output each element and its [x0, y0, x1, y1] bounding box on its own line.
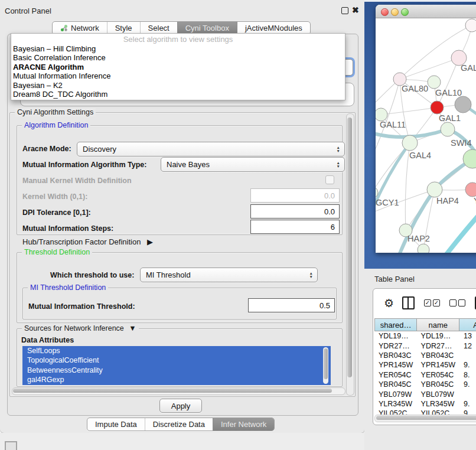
table-header-row[interactable]: shared…nameA: [374, 318, 476, 331]
network-node-gal1[interactable]: [431, 101, 444, 114]
algorithm-option[interactable]: Basic Correlation Inference: [11, 53, 345, 62]
tab-infer-network[interactable]: Infer Network: [213, 418, 274, 431]
table-row[interactable]: YPR145WYPR145W9.: [374, 360, 476, 370]
attribute-item[interactable]: TopologicalCoefficient: [22, 356, 331, 365]
table-cell: YLR345W: [417, 400, 460, 408]
column-header-name[interactable]: name: [417, 318, 459, 331]
algorithm-dropdown-popup: Select algorithm to view settings Bayesi…: [11, 33, 345, 100]
node-label: GAL11: [380, 120, 406, 129]
table-cell: YLR345W: [374, 400, 417, 408]
network-node[interactable]: [455, 96, 471, 113]
settings-vertical-scrollbar[interactable]: [346, 113, 354, 396]
kernel-width-field[interactable]: 0.0: [250, 188, 340, 203]
close-window-icon[interactable]: [381, 8, 389, 16]
tab-network[interactable]: Network: [53, 22, 107, 34]
algorithm-option[interactable]: Bayesian – K2: [11, 81, 345, 90]
tab-jactivemnodules[interactable]: jActiveMNodules: [237, 22, 310, 34]
network-node-gal11[interactable]: [376, 108, 387, 121]
table-row[interactable]: YLR345WYLR345W9.: [374, 399, 476, 409]
close-panel-icon[interactable]: ✖: [352, 5, 359, 15]
network-node-hap4[interactable]: [427, 182, 442, 197]
expand-right-icon[interactable]: ▶: [147, 237, 153, 246]
mi-type-combobox[interactable]: Naive Bayes ▲▼: [161, 157, 345, 172]
zoom-window-icon[interactable]: [401, 8, 409, 16]
network-node-gal4[interactable]: [402, 135, 418, 151]
kernel-width-label: Kernel Width (0,1):: [22, 193, 87, 201]
table-cell: 9.: [459, 380, 476, 389]
data-attributes-list[interactable]: SelfLoopsTopologicalCoefficientBetweenne…: [22, 346, 331, 385]
app-root: Control Panel ✖ NetworkStyleSelectCyni T…: [0, 0, 476, 450]
attribute-item[interactable]: SelfLoops: [22, 346, 331, 356]
threshold-definition-title: Threshold Definition: [22, 248, 92, 256]
table-toolbar: ⚙ ✓✓: [373, 289, 476, 317]
mi-type-label: Mutual Information Algorithm Type:: [22, 161, 146, 169]
float-window-icon[interactable]: [341, 7, 348, 14]
desktop-area: GAL7GAL80GAL10GAL1GAL11SWI4GAL4GCY1HAP4Y…: [364, 0, 476, 450]
control-panel-title: Control Panel: [5, 6, 51, 15]
algorithm-option[interactable]: Mutual Information Inference: [11, 71, 345, 80]
settings-horizontal-scrollbar[interactable]: [12, 387, 345, 395]
mi-steps-field[interactable]: 6: [250, 220, 340, 234]
attribute-item[interactable]: gal4RGexp: [22, 375, 331, 384]
attributes-scrollbar[interactable]: [323, 347, 328, 384]
column-layout-icon[interactable]: [402, 296, 415, 309]
tab-discretize-data[interactable]: Discretize Data: [145, 418, 213, 431]
attribute-item[interactable]: BetweennessCentrality: [22, 366, 331, 375]
table-row[interactable]: YER054CYER054C8.: [374, 370, 476, 380]
column-header-a[interactable]: A: [459, 318, 476, 331]
table-row[interactable]: YBR045CYBR045C9.: [374, 380, 476, 389]
table-row[interactable]: YDL19…YDL19…13: [374, 331, 476, 341]
tab-label: Discretize Data: [153, 420, 205, 429]
node-table[interactable]: shared…nameA YDL19…YDL19…13YDR27…YDR27…1…: [374, 318, 476, 414]
algorithm-option[interactable]: ARACNE Algorithm: [11, 63, 345, 71]
node-label: GAL80: [402, 84, 428, 93]
node-label: SWI4: [451, 138, 471, 148]
tab-cyni-toolbox[interactable]: Cyni Toolbox: [177, 22, 237, 34]
table-cell: 12: [459, 342, 476, 350]
mi-type-value: Naive Bayes: [167, 160, 210, 169]
table-row[interactable]: YDR27…YDR27…12: [374, 341, 476, 350]
algorithm-option[interactable]: Dream8 DC_TDC Algorithm: [11, 90, 345, 99]
dpi-tolerance-field[interactable]: 0.0: [250, 204, 340, 219]
network-node-swi4[interactable]: [441, 122, 455, 136]
tab-label: Style: [115, 24, 132, 32]
network-node-y[interactable]: [465, 182, 476, 197]
minimize-window-icon[interactable]: [391, 8, 399, 16]
algorithm-option[interactable]: Bayesian – Hill Climbing: [11, 44, 345, 53]
algorithm-definition-title: Algorithm Definition: [22, 121, 90, 129]
control-panel-window: Control Panel ✖ NetworkStyleSelectCyni T…: [0, 0, 365, 433]
mi-threshold-field[interactable]: 0.5: [248, 298, 335, 312]
tab-select[interactable]: Select: [140, 22, 177, 34]
table-cell: YDL19…: [417, 332, 460, 340]
network-window-titlebar[interactable]: [376, 5, 476, 18]
apply-button[interactable]: Apply: [159, 399, 202, 413]
toolbar-edge-strip: [364, 0, 476, 2]
tab-style[interactable]: Style: [107, 22, 140, 34]
table-row[interactable]: YBL079WYBL079W: [374, 389, 476, 399]
hub-definition-toggle[interactable]: Hub/Transcription Factor Definition ▶: [22, 237, 153, 246]
select-all-columns-icon[interactable]: ✓✓: [424, 299, 440, 306]
sources-panel-title[interactable]: Sources for Network Inference ▼: [22, 324, 139, 332]
table-cell: YBR045C: [417, 380, 460, 389]
gear-icon[interactable]: ⚙: [384, 296, 394, 310]
network-icon: [60, 24, 68, 32]
network-canvas[interactable]: GAL7GAL80GAL10GAL1GAL11SWI4GAL4GCY1HAP4Y…: [376, 18, 476, 253]
aracne-mode-combobox[interactable]: Discovery ▲▼: [77, 142, 345, 156]
table-cell: YBL079W: [417, 390, 460, 399]
network-node[interactable]: [465, 19, 476, 32]
network-node[interactable]: [418, 244, 429, 253]
table-horizontal-scrollbar[interactable]: [374, 415, 476, 422]
manual-kernel-checkbox[interactable]: [325, 175, 334, 184]
deselect-all-columns-icon[interactable]: [449, 299, 465, 306]
collapse-down-icon[interactable]: ▼: [129, 324, 136, 332]
sources-title-text: Sources for Network Inference: [24, 324, 124, 332]
tab-impute-data[interactable]: Impute Data: [87, 418, 145, 431]
node-label: GAL4: [409, 151, 431, 160]
table-cell: YBR043C: [417, 351, 460, 360]
network-node-gal10[interactable]: [428, 76, 441, 89]
which-threshold-combobox[interactable]: MI Threshold ▲▼: [140, 268, 318, 282]
column-header-shared[interactable]: shared…: [374, 318, 417, 331]
minimized-panel-icon[interactable]: [5, 441, 17, 450]
table-panel-body: ⚙ ✓✓ shared…nameA YDL19…YDL19…13YDR27…YD…: [373, 288, 476, 425]
table-row[interactable]: YBR043CYBR043C: [374, 351, 476, 360]
